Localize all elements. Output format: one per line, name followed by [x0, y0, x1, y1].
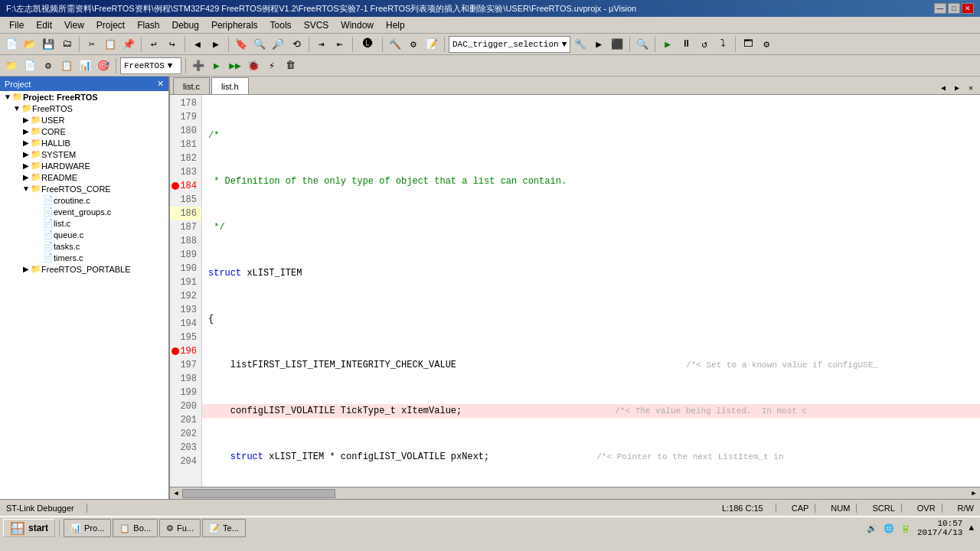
- tree-item-system[interactable]: ▶ 📁 SYSTEM: [0, 148, 168, 160]
- code-line-180: */: [202, 220, 980, 234]
- go-btn[interactable]: ▶▶: [227, 57, 243, 74]
- minimize-button[interactable]: —: [934, 3, 946, 14]
- code-text: configLIST_VOLATILE TickType_t xItemValu…: [208, 406, 462, 416]
- editor-area: list.c list.h ◀ ▶ ✕ 178 179 180 181 182 …: [170, 77, 980, 499]
- tree-item-root[interactable]: ▼ 📁 Project: FreeRTOS: [0, 91, 168, 103]
- save-button[interactable]: 💾: [40, 36, 57, 53]
- tree-item-user[interactable]: ▶ 📁 USER: [0, 114, 168, 126]
- tree-item-hardware[interactable]: ▶ 📁 HARDWARE: [0, 160, 168, 171]
- outdent-button[interactable]: ⇤: [332, 36, 348, 53]
- debug-stop-button[interactable]: ⬛: [609, 36, 626, 53]
- func-btn[interactable]: ⚙: [40, 57, 57, 74]
- tree-item-freertos[interactable]: ▼ 📁 FreeRTOS: [0, 103, 168, 114]
- build-button[interactable]: 🔨: [387, 36, 403, 53]
- save-all-button[interactable]: 🗂: [58, 36, 75, 53]
- window-btn[interactable]: 🗔: [740, 36, 756, 53]
- tree-item-queue[interactable]: 📄 queue.c: [0, 229, 168, 240]
- tree-item-readme[interactable]: ▶ 📁 README: [0, 171, 168, 183]
- tab-close-icon[interactable]: ✕: [965, 82, 977, 94]
- menu-flash[interactable]: Flash: [131, 18, 165, 32]
- cut-button[interactable]: ✂: [83, 36, 100, 53]
- code-content[interactable]: /* * Definition of the only type of obje…: [202, 95, 980, 487]
- menu-project[interactable]: Project: [90, 18, 131, 32]
- start-button[interactable]: 🪟 start: [3, 519, 55, 537]
- menu-tools[interactable]: Tools: [264, 18, 298, 32]
- add-btn[interactable]: ➕: [190, 57, 207, 74]
- taskbar-te-btn[interactable]: 📝 Te...: [202, 519, 246, 537]
- build-all-button[interactable]: ⚙: [405, 36, 422, 53]
- tree-item-tasks[interactable]: 📄 tasks.c: [0, 240, 168, 252]
- panel-close-icon[interactable]: ✕: [157, 79, 164, 89]
- hide-icons[interactable]: ▲: [969, 523, 974, 533]
- menu-debug[interactable]: Debug: [166, 18, 205, 32]
- debug-btn[interactable]: 🐞: [245, 57, 262, 74]
- step-over-button[interactable]: ⤵: [714, 36, 731, 53]
- indent-button[interactable]: ⇥: [313, 36, 330, 53]
- nav-fwd-button[interactable]: ▶: [207, 36, 224, 53]
- new-file-button[interactable]: 📄: [3, 36, 20, 53]
- file-icon: 📄: [43, 218, 54, 228]
- pause-button[interactable]: ⏸: [678, 36, 694, 53]
- undo-button[interactable]: ↩: [145, 36, 162, 53]
- taskbar-pro-btn[interactable]: 📊 Pro...: [64, 519, 111, 537]
- tree-item-list-c[interactable]: 📄 list.c: [0, 217, 168, 229]
- tree-item-croutine[interactable]: 📄 croutine.c: [0, 194, 168, 206]
- open-file-button[interactable]: 📂: [21, 36, 38, 53]
- find-button[interactable]: 🔍: [251, 36, 268, 53]
- scroll-track[interactable]: [182, 488, 968, 499]
- tree-item-freertos-portable[interactable]: ▶ 📁 FreeRTOS_PORTABLE: [0, 263, 168, 275]
- tree-item-core[interactable]: ▶ 📁 CORE: [0, 126, 168, 137]
- replace-button[interactable]: ⟲: [288, 36, 305, 53]
- tab-list-h[interactable]: list.h: [211, 77, 249, 94]
- paste-button[interactable]: 📌: [120, 36, 137, 53]
- copy-button[interactable]: 📋: [102, 36, 119, 53]
- tab-scroll-right-icon[interactable]: ▶: [951, 82, 963, 94]
- target-dropdown[interactable]: DAC_trigger_selection ▼: [449, 36, 570, 53]
- reset-button[interactable]: ↺: [696, 36, 713, 53]
- code-editor[interactable]: 178 179 180 181 182 183 184 185 186 187 …: [170, 95, 980, 487]
- close-button[interactable]: ✕: [962, 3, 974, 14]
- code-text: xLIST_ITEM: [241, 268, 302, 279]
- regs-btn[interactable]: 📊: [77, 57, 93, 74]
- tree-item-event-groups[interactable]: 📄 event_groups.c: [0, 206, 168, 217]
- run2-btn[interactable]: ▶: [208, 57, 225, 74]
- horizontal-scrollbar[interactable]: ◀ ▶: [170, 487, 980, 499]
- erase-btn[interactable]: 🗑: [282, 57, 299, 74]
- menu-edit[interactable]: Edit: [30, 18, 58, 32]
- taskbar-bo-btn[interactable]: 📋 Bo...: [113, 519, 158, 537]
- target2-btn[interactable]: 🎯: [95, 57, 112, 74]
- tree-item-freertos-core[interactable]: ▼ 📁 FreeRTOS_CORE: [0, 183, 168, 194]
- flash-btn[interactable]: ⚡: [263, 57, 280, 74]
- caps-status: CAP: [792, 504, 816, 513]
- nav-back-button[interactable]: ◀: [189, 36, 206, 53]
- tab-scroll-left-icon[interactable]: ◀: [937, 82, 949, 94]
- menu-peripherals[interactable]: Peripherals: [205, 18, 264, 32]
- scroll-left-icon[interactable]: ◀: [170, 488, 182, 499]
- menu-window[interactable]: Window: [335, 18, 380, 32]
- menu-file[interactable]: File: [3, 18, 30, 32]
- menu-svcs[interactable]: SVCS: [298, 18, 335, 32]
- tree-item-hallib[interactable]: ▶ 📁 HALLIB: [0, 137, 168, 148]
- search-icon[interactable]: 🔍: [634, 36, 651, 53]
- project-dropdown[interactable]: FreeRTOS ▼: [120, 57, 181, 74]
- scroll-right-icon[interactable]: ▶: [968, 488, 980, 499]
- maximize-button[interactable]: □: [948, 3, 960, 14]
- settings-button[interactable]: ⚙: [758, 36, 775, 53]
- translate-button[interactable]: 📝: [423, 36, 440, 53]
- menu-view[interactable]: View: [58, 18, 90, 32]
- redo-button[interactable]: ↪: [164, 36, 181, 53]
- tree-item-timers[interactable]: 📄 timers.c: [0, 252, 168, 263]
- menu-help[interactable]: Help: [380, 18, 411, 32]
- scroll-thumb[interactable]: [182, 489, 335, 498]
- code-line-184: configLIST_VOLATILE TickType_t xItemValu…: [202, 404, 980, 418]
- file-btn2[interactable]: 📄: [21, 57, 38, 74]
- debug-start-button[interactable]: ▶: [590, 36, 607, 53]
- bookmark-button[interactable]: 🔖: [233, 36, 250, 53]
- project-btn[interactable]: 📁: [3, 57, 20, 74]
- find2-button[interactable]: 🔎: [270, 36, 286, 53]
- taskbar-fu-btn[interactable]: ⚙ Fu...: [159, 519, 201, 537]
- options-button[interactable]: 🔧: [572, 36, 589, 53]
- tab-list-c[interactable]: list.c: [173, 77, 210, 94]
- run-button[interactable]: ▶: [659, 36, 676, 53]
- template-btn[interactable]: 📋: [58, 57, 75, 74]
